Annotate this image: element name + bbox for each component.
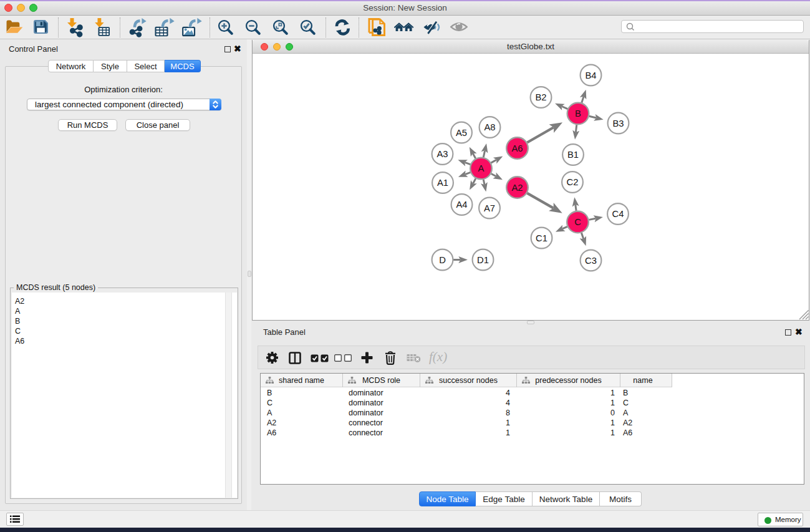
svg-text:A4: A4 (456, 200, 467, 210)
svg-text:C: C (574, 217, 581, 227)
svg-text:B3: B3 (612, 118, 624, 128)
svg-text:B1: B1 (567, 150, 579, 160)
svg-text:A3: A3 (436, 149, 448, 159)
svg-text:B2: B2 (535, 92, 546, 102)
svg-text:C2: C2 (567, 177, 579, 187)
svg-text:C3: C3 (585, 256, 597, 266)
svg-text:A5: A5 (456, 128, 467, 138)
svg-text:A: A (478, 163, 485, 173)
svg-text:A8: A8 (484, 122, 495, 132)
svg-text:B: B (575, 109, 581, 118)
svg-text:A1: A1 (437, 178, 448, 188)
svg-text:A2: A2 (511, 183, 523, 193)
svg-text:A7: A7 (484, 203, 495, 213)
svg-text:D: D (439, 255, 446, 265)
svg-text:C1: C1 (536, 233, 547, 243)
svg-text:C4: C4 (612, 209, 624, 219)
svg-text:B4: B4 (585, 70, 596, 80)
svg-text:A6: A6 (511, 143, 523, 153)
svg-text:D1: D1 (477, 255, 489, 265)
